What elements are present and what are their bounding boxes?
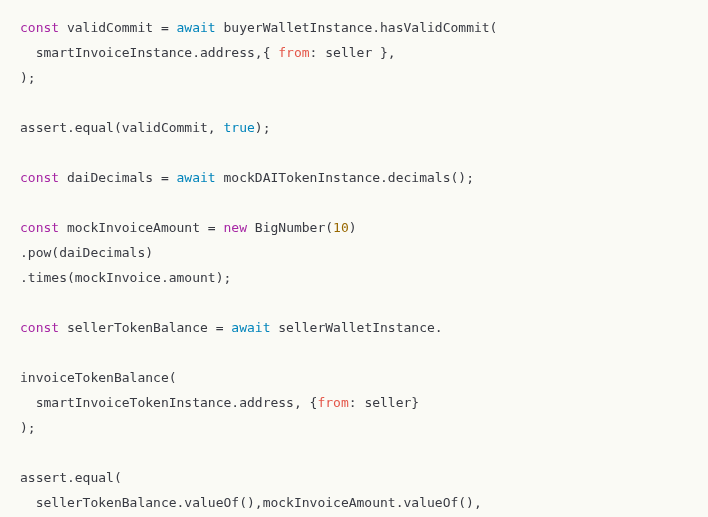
code-token: await [231,320,270,335]
code-token: const [20,170,59,185]
code-token: ); [255,120,271,135]
code-token: BigNumber( [247,220,333,235]
code-token: const [20,220,59,235]
code-token: true [224,120,255,135]
code-token: sellerTokenBalance = [59,320,231,335]
code-token: new [224,220,247,235]
code-token: 10 [333,220,349,235]
code-token: validCommit = [59,20,176,35]
code-token: mockDAITokenInstance.decimals(); [216,170,474,185]
code-token: await [177,20,216,35]
code-token: daiDecimals = [59,170,176,185]
code-token: from [317,395,348,410]
code-token: await [177,170,216,185]
code-block: const validCommit = await buyerWalletIns… [0,0,708,517]
code-token: const [20,20,59,35]
code-token: mockInvoiceAmount = [59,220,223,235]
code-content: const validCommit = await buyerWalletIns… [20,20,497,517]
code-token: : seller} ); assert.equal( sellerTokenBa… [20,395,482,517]
code-token: const [20,320,59,335]
code-token: from [278,45,309,60]
